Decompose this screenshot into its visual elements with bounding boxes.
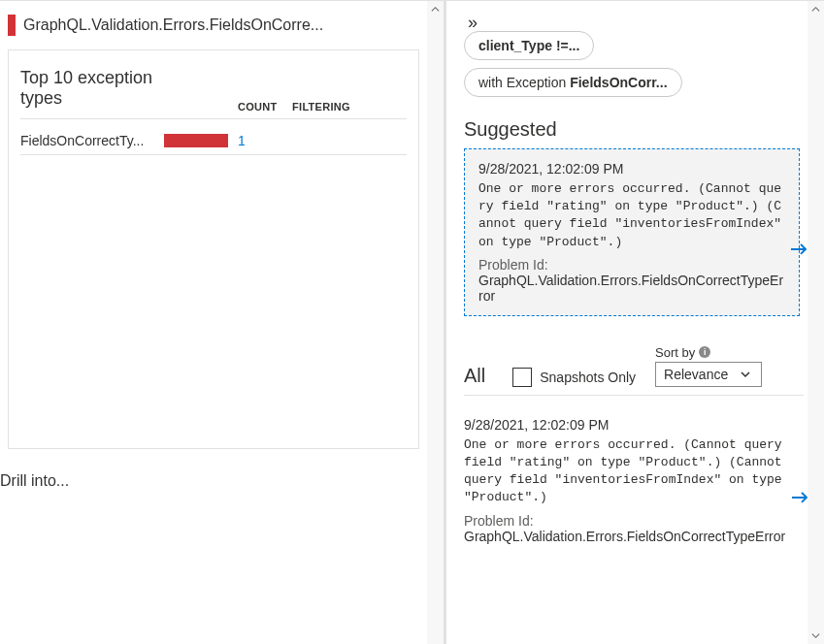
sort-control: Sort by i Relevance (655, 345, 762, 387)
scroll-down-icon[interactable] (808, 628, 824, 644)
right-scrollbar[interactable] (808, 1, 824, 644)
problem-id-value: GraphQL.Validation.Errors.FieldsOnCorrec… (478, 273, 785, 304)
exception-title: GraphQL.Validation.Errors.FieldsOnCorre.… (23, 16, 323, 34)
table-row[interactable]: FieldsOnCorrectTy... 1 (20, 127, 407, 155)
result-item[interactable]: 9/28/2021, 12:02:09 PM One or more error… (464, 409, 800, 552)
problem-id-label: Problem Id: (464, 513, 786, 529)
sort-by-label: Sort by i (655, 345, 710, 360)
error-message: One or more errors occurred. (Cannot que… (478, 180, 785, 251)
open-arrow-icon[interactable] (789, 239, 808, 261)
pill-value: FieldsOnCorr... (570, 75, 667, 90)
count-link[interactable]: 1 (238, 133, 292, 148)
right-pane: » client_Type !=... with Exception Field… (446, 1, 824, 644)
checkbox-icon[interactable] (512, 368, 532, 387)
filtering-column-header: FILTERING (292, 101, 407, 113)
pill-label: client_Type !=... (478, 38, 579, 53)
timestamp: 9/28/2021, 12:02:09 PM (478, 161, 785, 177)
exception-name: FieldsOnCorrectTy... (20, 133, 164, 148)
all-tab[interactable]: All (464, 365, 485, 387)
snapshots-only-toggle[interactable]: Snapshots Only (512, 368, 636, 387)
left-scrollbar[interactable] (427, 1, 444, 644)
count-bar (164, 134, 238, 147)
scroll-up-icon[interactable] (427, 1, 444, 17)
filter-pills: client_Type !=... with Exception FieldsO… (464, 27, 804, 101)
filter-pill-exception[interactable]: with Exception FieldsOnCorr... (464, 68, 682, 97)
top-exceptions-card: Top 10 exception types COUNT FILTERING F… (8, 49, 419, 449)
scroll-up-icon[interactable] (808, 1, 824, 17)
error-message: One or more errors occurred. (Cannot que… (464, 436, 786, 507)
timestamp: 9/28/2021, 12:02:09 PM (464, 417, 786, 433)
count-column-header: COUNT (238, 101, 292, 113)
snapshots-label: Snapshots Only (540, 370, 636, 385)
right-content: » client_Type !=... with Exception Field… (446, 1, 808, 644)
suggested-card[interactable]: 9/28/2021, 12:02:09 PM One or more error… (464, 148, 800, 316)
table-header: Top 10 exception types COUNT FILTERING (20, 68, 407, 119)
suggested-heading: Suggested (464, 118, 804, 141)
app-root: GraphQL.Validation.Errors.FieldsOnCorre.… (0, 0, 824, 644)
pill-prefix: with Exception (478, 75, 570, 90)
problem-id-value: GraphQL.Validation.Errors.FieldsOnCorrec… (464, 529, 786, 544)
drill-into-section[interactable]: Drill into... (0, 463, 427, 490)
severity-bar-icon (8, 15, 16, 36)
sort-dropdown[interactable]: Relevance (655, 362, 762, 387)
results-filter-row: All Snapshots Only Sort by i Relevance (464, 345, 804, 396)
filter-pill-client-type[interactable]: client_Type !=... (464, 31, 594, 60)
section-title: Top 10 exception types (20, 68, 164, 109)
left-content: GraphQL.Validation.Errors.FieldsOnCorre.… (0, 1, 427, 644)
left-pane: GraphQL.Validation.Errors.FieldsOnCorre.… (0, 1, 427, 644)
problem-id-label: Problem Id: (478, 257, 785, 273)
chevron-down-icon (740, 370, 751, 379)
info-icon[interactable]: i (699, 346, 710, 358)
exception-header: GraphQL.Validation.Errors.FieldsOnCorre.… (0, 1, 427, 49)
sort-value: Relevance (664, 367, 728, 382)
open-arrow-icon[interactable] (790, 487, 808, 509)
